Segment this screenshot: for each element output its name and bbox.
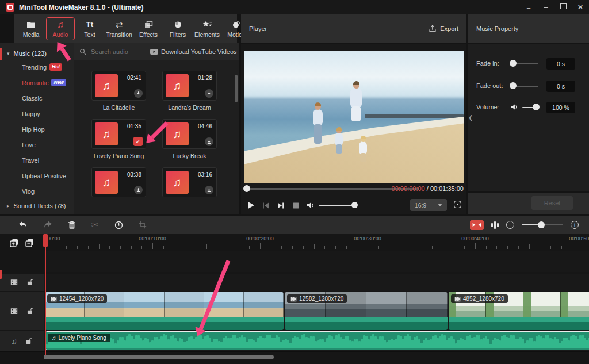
sidebar-item-hip-hop[interactable]: Hip Hop: [0, 121, 74, 137]
volume-value[interactable]: 100 %: [546, 102, 575, 113]
music-track-icon: ♫: [12, 337, 17, 346]
track-title: Landra's Dream: [162, 104, 217, 111]
remove-track-icon[interactable]: [25, 239, 34, 247]
search-input[interactable]: [90, 48, 147, 56]
video-clip-2[interactable]: 12582_1280x720: [285, 292, 448, 330]
track-height-icon[interactable]: [491, 221, 499, 229]
fullscreen-button[interactable]: [453, 200, 462, 209]
film-icon: [51, 296, 57, 302]
video-clip-1[interactable]: 12454_1280x720: [45, 292, 284, 330]
zoom-in-button[interactable]: +: [571, 221, 579, 229]
download-button[interactable]: [205, 137, 213, 146]
music-volume-thumb[interactable]: [533, 104, 540, 110]
seek-thumb[interactable]: [243, 185, 250, 192]
timeline-ruler[interactable]: 00:0000:00:10:0000:00:20:0000:00:30:0000…: [0, 234, 589, 249]
sidebar-item-sound-effects[interactable]: ▸ Sound Effects (78): [0, 199, 74, 209]
tab-elements[interactable]: Elements: [193, 17, 221, 40]
download-button[interactable]: [134, 89, 143, 98]
total-time: 00:01:35:00: [430, 185, 464, 192]
library-scrollbar[interactable]: [235, 75, 238, 102]
track-title: Lovely Piano Song: [91, 152, 146, 159]
ruler-label: 00:00: [47, 236, 60, 242]
volume-thumb[interactable]: [351, 202, 358, 208]
playhead[interactable]: [45, 234, 46, 355]
redo-button[interactable]: [43, 221, 52, 229]
tab-effects[interactable]: Effects: [134, 17, 163, 40]
unlock-icon[interactable]: [27, 308, 33, 315]
music-card[interactable]: ♫ 02:41 La Citadelle: [91, 71, 146, 119]
sidebar-item-label: Classic: [22, 95, 42, 102]
download-button[interactable]: [205, 186, 213, 194]
audio-clip-badge: ♫ Lovely Piano Song: [48, 334, 110, 342]
playhead-handle[interactable]: [43, 234, 48, 247]
library-search-row: Download YouTube Videos: [74, 43, 239, 60]
music-card[interactable]: ♫ 01:28 Landra's Dream: [162, 71, 217, 119]
current-time: 00:00:00:00: [392, 185, 425, 192]
undo-button[interactable]: [18, 221, 28, 229]
previous-frame-button[interactable]: [258, 202, 273, 209]
aspect-ratio-select[interactable]: 16:9: [410, 199, 447, 211]
music-note-icon: ♫: [102, 79, 111, 93]
sidebar-item-upbeat-positive[interactable]: Upbeat Positive: [0, 168, 74, 183]
music-card-selected[interactable]: ♫ 01:35 ✓ Lovely Piano Song: [91, 119, 146, 167]
media-type-toolbar: Media ♫ Audio Tt Text ⇄ Transition Effec…: [14, 14, 237, 43]
add-track-icon[interactable]: [10, 239, 18, 247]
fit-timeline-button[interactable]: [470, 220, 484, 230]
fade-in-value[interactable]: 0 s: [546, 58, 575, 70]
music-card[interactable]: ♫ 03:38: [91, 167, 146, 214]
zoom-out-button[interactable]: −: [506, 221, 514, 229]
sidebar-item-romantic[interactable]: Romantic New: [0, 75, 74, 90]
timeline-zoom-slider[interactable]: [522, 221, 563, 229]
sidebar-item-travel[interactable]: Travel: [0, 152, 74, 168]
fade-out-thumb[interactable]: [510, 82, 517, 89]
minimize-button[interactable]: –: [537, 0, 554, 14]
delete-button[interactable]: [68, 221, 76, 229]
sidebar-item-label: Love: [22, 141, 36, 148]
sidebar-item-classic[interactable]: Classic: [0, 90, 74, 106]
tab-transition[interactable]: ⇄ Transition: [105, 17, 133, 40]
maximize-button[interactable]: [554, 0, 572, 14]
track-duration: 04:46: [198, 123, 212, 129]
play-button[interactable]: [243, 201, 258, 209]
crop-button[interactable]: [139, 221, 147, 229]
unlock-icon[interactable]: [26, 338, 32, 344]
audio-clip-lovely-piano-song[interactable]: ♫ Lovely Piano Song: [45, 331, 589, 350]
download-button[interactable]: [134, 186, 143, 194]
property-footer: Reset: [468, 193, 589, 214]
speaker-icon[interactable]: [511, 104, 518, 110]
close-button[interactable]: ✕: [572, 0, 589, 14]
next-frame-button[interactable]: [273, 202, 288, 209]
film-icon: [290, 296, 297, 302]
sidebar-item-label: Travel: [22, 157, 39, 164]
fade-out-value[interactable]: 0 s: [546, 81, 575, 92]
audio-waveform: [45, 334, 589, 348]
speed-button[interactable]: [114, 221, 123, 229]
timeline-horizontal-scrollbar[interactable]: [44, 355, 274, 359]
stop-button[interactable]: [288, 202, 303, 209]
sidebar-item-happy[interactable]: Happy: [0, 106, 74, 121]
menu-icon[interactable]: ≡: [520, 0, 537, 14]
tab-text[interactable]: Tt Text: [75, 17, 104, 40]
tab-filters[interactable]: Filters: [163, 17, 192, 40]
tab-media[interactable]: Media: [17, 17, 45, 40]
video-clip-3[interactable]: 4852_1280x720: [449, 292, 589, 330]
tab-audio[interactable]: ♫ Audio: [46, 17, 75, 40]
reset-button[interactable]: Reset: [531, 196, 573, 210]
sidebar-item-vlog[interactable]: Vlog: [0, 183, 74, 199]
music-note-icon: ♫: [173, 79, 182, 93]
fade-in-thumb[interactable]: [510, 60, 517, 67]
export-button[interactable]: Export: [429, 25, 458, 33]
speaker-icon[interactable]: [303, 201, 318, 209]
download-youtube-button[interactable]: Download YouTube Videos: [150, 48, 237, 55]
music-note-icon: ♫: [52, 335, 56, 341]
split-scissors-button[interactable]: ✂: [91, 220, 99, 230]
zoom-slider-thumb[interactable]: [538, 221, 545, 228]
fade-in-label: Fade in:: [476, 60, 499, 67]
music-card[interactable]: ♫ 03:16: [162, 167, 217, 214]
music-note-icon: ♫: [173, 128, 182, 141]
download-button[interactable]: [205, 89, 213, 98]
check-icon: ✓: [133, 137, 143, 146]
sidebar-item-love[interactable]: Love: [0, 137, 74, 152]
clip-badge: 12582_1280x720: [287, 294, 347, 303]
unlock-icon[interactable]: [27, 279, 33, 286]
